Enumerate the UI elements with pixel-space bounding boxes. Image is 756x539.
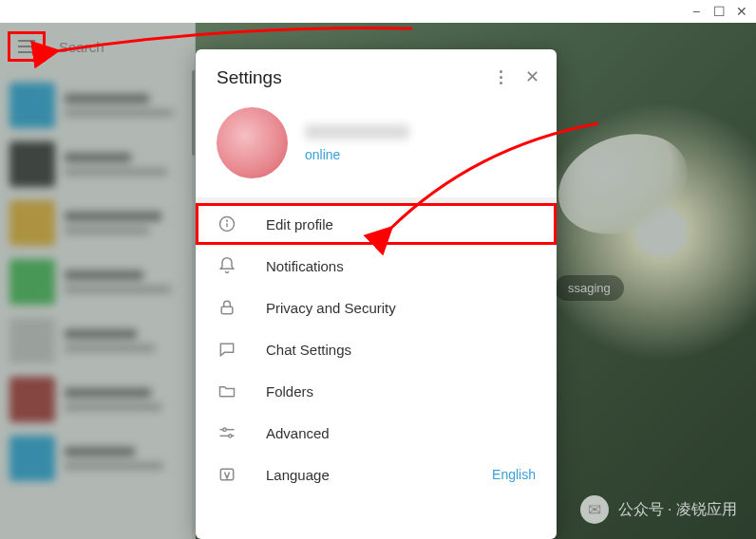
lock-icon [217, 297, 237, 318]
minimize-button[interactable]: − [690, 5, 703, 18]
profile-avatar[interactable] [217, 107, 288, 178]
close-settings-button[interactable]: ✕ [525, 66, 539, 88]
maximize-button[interactable]: ☐ [712, 5, 726, 18]
svg-rect-3 [221, 307, 233, 314]
chat-list [0, 70, 195, 488]
bell-icon [217, 255, 237, 276]
chat-item[interactable] [0, 370, 195, 429]
menu-label: Notifications [266, 258, 536, 274]
menu-label: Language [266, 467, 463, 483]
profile-name [305, 124, 409, 139]
background-badge: ssaging [555, 275, 624, 301]
chat-item[interactable] [0, 135, 195, 194]
info-icon [217, 214, 237, 234]
settings-modal: Settings ✕ online Edit profile Notificat… [196, 49, 557, 539]
watermark: ✉ 公众号 · 凌锐应用 [580, 495, 737, 524]
menu-item-privacy[interactable]: Privacy and Security [196, 287, 557, 328]
menu-item-folders[interactable]: Folders [196, 370, 557, 412]
chat-icon [217, 339, 237, 360]
chat-sidebar: Search [0, 23, 196, 539]
menu-label: Edit profile [266, 216, 536, 232]
close-window-button[interactable]: ✕ [735, 5, 748, 18]
menu-item-chat-settings[interactable]: Chat Settings [196, 328, 557, 370]
svg-point-7 [229, 435, 232, 437]
more-options-button[interactable] [496, 66, 506, 88]
annotation-highlight-menu [8, 31, 46, 62]
chat-item[interactable] [0, 252, 195, 311]
menu-item-language[interactable]: Language English [196, 454, 557, 495]
menu-label: Chat Settings [266, 342, 536, 358]
menu-label: Privacy and Security [266, 300, 536, 316]
wechat-icon: ✉ [580, 495, 609, 524]
watermark-text: 公众号 · 凌锐应用 [618, 500, 737, 520]
settings-title: Settings [217, 67, 282, 88]
menu-item-advanced[interactable]: Advanced [196, 412, 557, 454]
menu-label: Folders [266, 383, 536, 400]
chat-item[interactable] [0, 311, 195, 370]
menu-label: Advanced [266, 425, 536, 441]
menu-item-edit-profile[interactable]: Edit profile [196, 203, 557, 245]
settings-menu: Edit profile Notifications Privacy and S… [196, 197, 557, 495]
profile-section: online [196, 100, 557, 197]
chat-item[interactable] [0, 429, 195, 488]
search-input[interactable]: Search [59, 39, 104, 55]
main-menu-button[interactable] [18, 40, 35, 53]
language-icon [217, 464, 237, 485]
window-titlebar: − ☐ ✕ [0, 0, 756, 23]
sliders-icon [217, 422, 237, 443]
menu-value: English [492, 467, 536, 482]
svg-point-5 [223, 428, 226, 431]
chat-item[interactable] [0, 76, 195, 135]
chat-item[interactable] [0, 194, 195, 252]
folder-icon [217, 381, 237, 401]
menu-item-notifications[interactable]: Notifications [196, 245, 557, 287]
profile-status: online [305, 147, 409, 162]
svg-point-2 [227, 220, 228, 221]
